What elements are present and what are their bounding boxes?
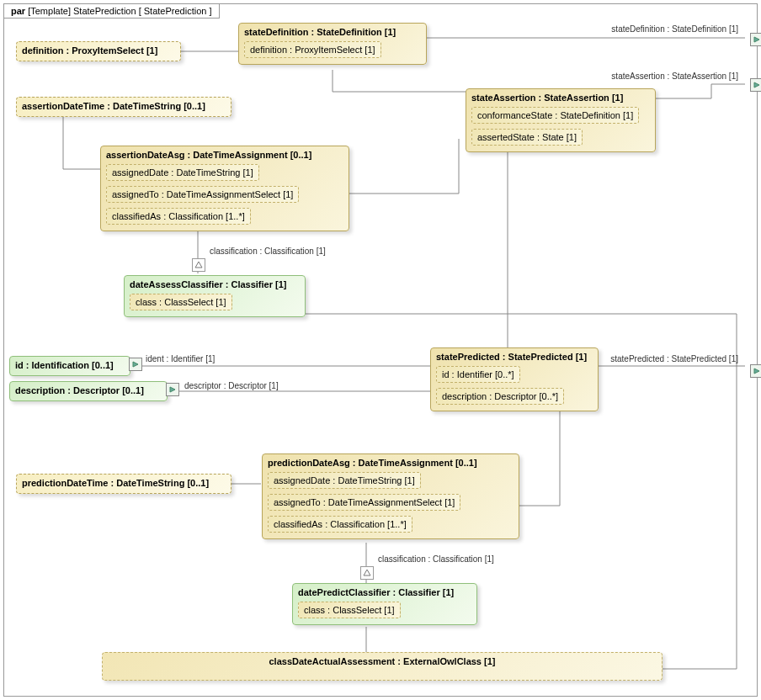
inner-definition[interactable]: definition : ProxyItemSelect [1] (244, 41, 381, 58)
inner-label: assignedTo : DateTimeAssignmentSelect [1… (274, 497, 455, 507)
inner-assigneddate[interactable]: assignedDate : DateTimeString [1] (268, 472, 421, 489)
port-label-stateassertion: stateAssertion : StateAssertion [1] (611, 72, 738, 81)
inner-assertedstate[interactable]: assertedState : State [1] (471, 129, 583, 146)
block-title: assertionDateAsg : DateTimeAssignment [0… (106, 150, 343, 160)
inner-label: assignedDate : DateTimeString [1] (274, 475, 415, 485)
diagram-frame: par [Template] StatePrediction [ StatePr… (3, 3, 758, 697)
inner-conformancestate[interactable]: conformanceState : StateDefinition [1] (471, 107, 639, 124)
arrow-up-icon (360, 566, 374, 580)
block-title: classDateActualAssessment : ExternalOwlC… (269, 656, 495, 666)
inner-label: classifiedAs : Classification [1..*] (274, 519, 407, 529)
block-assertiondateasg[interactable]: assertionDateAsg : DateTimeAssignment [0… (100, 146, 349, 231)
inner-class[interactable]: class : ClassSelect [1] (130, 294, 232, 310)
inner-label: description : Descriptor [0..*] (442, 391, 558, 401)
frame-name: StatePrediction (73, 6, 136, 16)
inner-class[interactable]: class : ClassSelect [1] (298, 602, 401, 618)
block-title: stateDefinition : StateDefinition [1] (244, 27, 421, 37)
port-statepredicted[interactable] (750, 364, 761, 378)
label-classification2: classification : Classification [1] (378, 554, 494, 564)
block-title: predictionDateAsg : DateTimeAssignment [… (268, 458, 514, 468)
block-classdateactualassessment[interactable]: classDateActualAssessment : ExternalOwlC… (102, 652, 663, 681)
inner-label: class : ClassSelect [1] (304, 605, 395, 615)
label-ident: ident : Identifier [1] (146, 354, 215, 363)
block-predictiondateasg[interactable]: predictionDateAsg : DateTimeAssignment [… (262, 453, 519, 539)
frame-template: [Template] (28, 6, 71, 16)
inner-classifiedas[interactable]: classifiedAs : Classification [1..*] (106, 208, 251, 225)
block-title: datePredictClassifier : Classifier [1] (298, 587, 471, 597)
port-stateassertion[interactable] (750, 78, 761, 92)
frame-bracket: [ StatePrediction ] (139, 6, 212, 16)
port-statedefinition[interactable] (750, 33, 761, 46)
port-label-statepredicted: statePredicted : StatePredicted [1] (610, 354, 738, 363)
port-desc-out[interactable] (166, 383, 179, 396)
frame-header: par [Template] StatePrediction [ StatePr… (4, 4, 220, 19)
block-statedefinition[interactable]: stateDefinition : StateDefinition [1] de… (238, 23, 427, 65)
arrow-up-icon (192, 258, 205, 272)
block-dateassessclassifier[interactable]: dateAssessClassifier : Classifier [1] cl… (124, 275, 306, 317)
block-title: definition : ProxyItemSelect [1] (22, 45, 175, 56)
inner-id[interactable]: id : Identifier [0..*] (436, 366, 520, 383)
block-predictiondatetime[interactable]: predictionDateTime : DateTimeString [0..… (16, 474, 231, 494)
block-definition[interactable]: definition : ProxyItemSelect [1] (16, 41, 181, 61)
block-title: assertionDateTime : DateTimeString [0..1… (22, 101, 226, 111)
frame-kind: par (11, 6, 25, 16)
block-title: dateAssessClassifier : Classifier [1] (130, 279, 300, 289)
block-datepredictclassifier[interactable]: datePredictClassifier : Classifier [1] c… (292, 583, 477, 625)
port-id-out[interactable] (129, 358, 142, 371)
inner-label: conformanceState : StateDefinition [1] (477, 110, 633, 120)
inner-label: class : ClassSelect [1] (136, 297, 226, 307)
inner-classifiedas[interactable]: classifiedAs : Classification [1..*] (268, 516, 412, 533)
block-id[interactable]: id : Identification [0..1] (9, 356, 130, 376)
inner-label: assignedDate : DateTimeString [1] (112, 167, 253, 178)
inner-assignedto[interactable]: assignedTo : DateTimeAssignmentSelect [1… (268, 494, 460, 511)
inner-assigneddate[interactable]: assignedDate : DateTimeString [1] (106, 164, 259, 181)
label-descriptor: descriptor : Descriptor [1] (184, 381, 279, 390)
block-title: statePredicted : StatePredicted [1] (436, 352, 593, 362)
block-assertiondatetime[interactable]: assertionDateTime : DateTimeString [0..1… (16, 97, 231, 117)
inner-label: definition : ProxyItemSelect [1] (250, 45, 375, 55)
inner-label: id : Identifier [0..*] (442, 369, 514, 379)
inner-description[interactable]: description : Descriptor [0..*] (436, 388, 564, 405)
block-stateassertion[interactable]: stateAssertion : StateAssertion [1] conf… (466, 88, 656, 152)
inner-assignedto[interactable]: assignedTo : DateTimeAssignmentSelect [1… (106, 186, 299, 203)
inner-label: classifiedAs : Classification [1..*] (112, 211, 245, 221)
inner-label: assertedState : State [1] (477, 132, 577, 142)
label-classification1: classification : Classification [1] (210, 247, 326, 256)
block-title: stateAssertion : StateAssertion [1] (471, 93, 650, 103)
block-statepredicted[interactable]: statePredicted : StatePredicted [1] id :… (430, 347, 599, 411)
block-description[interactable]: description : Descriptor [0..1] (9, 381, 168, 401)
inner-label: assignedTo : DateTimeAssignmentSelect [1… (112, 189, 293, 199)
block-title: predictionDateTime : DateTimeString [0..… (22, 478, 226, 488)
block-title: description : Descriptor [0..1] (15, 385, 162, 395)
block-title: id : Identification [0..1] (15, 360, 125, 370)
port-label-statedefinition: stateDefinition : StateDefinition [1] (611, 24, 738, 34)
